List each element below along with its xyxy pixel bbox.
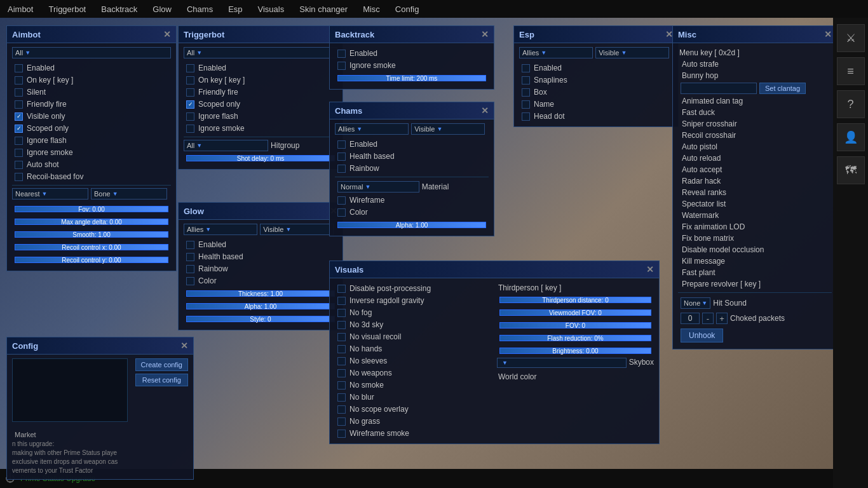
aimbot-recoilfov-row[interactable]: Recoil-based fov <box>12 171 171 182</box>
menu-skinchanger[interactable]: Skin changer <box>297 2 350 17</box>
misc-animatedclantag[interactable]: Animated clan tag <box>678 95 832 107</box>
aimbot-flash-checkbox[interactable] <box>15 137 23 145</box>
misc-revealranks[interactable]: Reveal ranks <box>678 187 832 198</box>
aimbot-autoshot-checkbox[interactable] <box>15 161 23 169</box>
misc-fastduck[interactable]: Fast duck <box>678 107 832 118</box>
vis-postproc-row[interactable]: Disable post-processing <box>335 283 492 294</box>
misc-autoreload[interactable]: Auto reload <box>678 152 832 164</box>
glow-color-row[interactable]: Color <box>184 275 337 287</box>
vis-noblur-row[interactable]: No blur <box>335 391 492 403</box>
vis-novisrecoil-row[interactable]: No visual recoil <box>335 331 492 342</box>
chams-target-dropdown[interactable]: Allies ▼ <box>335 123 409 135</box>
misc-radarhack[interactable]: Radar hack <box>678 175 832 187</box>
misc-close[interactable]: ✕ <box>824 29 832 39</box>
misc-preparerevolver[interactable]: Prepare revolver [ key ] <box>678 278 832 290</box>
glow-color-checkbox[interactable] <box>186 277 194 285</box>
chams-rainbow-row[interactable]: Rainbow <box>335 163 489 174</box>
glow-thickness-slider[interactable]: Thickness: 1.00 <box>184 288 337 299</box>
aimbot-bone-dropdown[interactable]: Bone ▼ <box>91 188 167 200</box>
menu-esp[interactable]: Esp <box>226 2 245 17</box>
vis-nofog-checkbox[interactable] <box>337 309 346 317</box>
aimbot-autoshot-row[interactable]: Auto shot <box>12 159 171 170</box>
vis-wireframesmoke-checkbox[interactable] <box>337 430 346 438</box>
esp-enabled-checkbox[interactable] <box>522 64 530 72</box>
vis-nohands-checkbox[interactable] <box>337 345 346 353</box>
aimbot-scoped-checkbox[interactable] <box>15 125 23 133</box>
bt-enabled-checkbox[interactable] <box>337 50 346 58</box>
menu-config[interactable]: Config <box>393 2 422 17</box>
vis-postproc-checkbox[interactable] <box>337 285 346 293</box>
bt-enabled-row[interactable]: Enabled <box>335 48 489 59</box>
aimbot-sort-dropdown[interactable]: Nearest ▼ <box>12 188 88 200</box>
esp-mode-dropdown[interactable]: Visible ▼ <box>595 47 669 58</box>
chams-wireframe-row[interactable]: Wireframe <box>335 194 489 206</box>
chams-healthbased-checkbox[interactable] <box>337 152 346 161</box>
aimbot-target-dropdown[interactable]: All ▼ <box>12 47 171 58</box>
misc-autostrafe[interactable]: Auto strafe <box>678 58 832 70</box>
misc-watermark[interactable]: Watermark <box>678 210 832 221</box>
vis-brightness-slider[interactable]: Brightness: 0.00 <box>497 345 654 356</box>
aimbot-enabled-checkbox[interactable] <box>15 64 23 72</box>
menu-chams[interactable]: Chams <box>184 2 215 17</box>
trig-enabled-checkbox[interactable] <box>186 64 194 72</box>
vis-nosleeves-row[interactable]: No sleeves <box>335 355 492 367</box>
aimbot-silent-checkbox[interactable] <box>15 88 23 97</box>
reset-config-button[interactable]: Reset config <box>135 374 188 386</box>
esp-target-dropdown[interactable]: Allies ▼ <box>519 47 593 58</box>
vis-nograss-row[interactable]: No grass <box>335 416 492 427</box>
sidebar-map-icon[interactable]: 🗺 <box>837 156 865 184</box>
chams-close[interactable]: ✕ <box>481 105 489 116</box>
esp-headdot-checkbox[interactable] <box>522 112 530 121</box>
glow-enabled-checkbox[interactable] <box>186 241 194 249</box>
trig-ff-checkbox[interactable] <box>186 88 194 97</box>
misc-snipercross[interactable]: Sniper crosshair <box>678 118 832 130</box>
glow-target-dropdown[interactable]: Allies ▼ <box>184 224 257 235</box>
chams-rainbow-checkbox[interactable] <box>337 165 346 173</box>
misc-fixbone[interactable]: Fix bone matrix <box>678 233 832 244</box>
chams-color-row[interactable]: Color <box>335 207 489 218</box>
trig-scoped-checkbox[interactable] <box>186 100 194 109</box>
misc-bunnyhop[interactable]: Bunny hop <box>678 70 832 81</box>
glow-healthbased-checkbox[interactable] <box>186 253 194 261</box>
menu-misc[interactable]: Misc <box>360 2 383 17</box>
bt-smoke-checkbox[interactable] <box>337 62 346 70</box>
vis-thirdperson-row[interactable]: Thirdperson [ key ] <box>497 283 654 293</box>
chams-wireframe-checkbox[interactable] <box>337 196 346 205</box>
esp-name-row[interactable]: Name <box>519 98 673 110</box>
trig-shotdelay-slider[interactable]: Shot delay: 0 ms <box>184 152 337 164</box>
aimbot-ff-row[interactable]: Friendly fire <box>12 98 171 110</box>
choked-minus-button[interactable]: - <box>702 313 714 324</box>
chams-enabled-row[interactable]: Enabled <box>335 139 489 150</box>
vis-ragdoll-row[interactable]: Inverse ragdoll gravity <box>335 295 492 306</box>
vis-thirdpersondist-slider[interactable]: Thirdperson distance: 0 <box>497 294 654 306</box>
clantag-input[interactable] <box>681 83 757 94</box>
aimbot-fov-slider[interactable]: Fov: 0.00 <box>12 203 171 215</box>
trig-smoke-row[interactable]: Ignore smoke <box>184 123 337 134</box>
vis-no3dsky-checkbox[interactable] <box>337 321 346 329</box>
aimbot-visible-checkbox[interactable] <box>15 112 23 121</box>
misc-recoilcross[interactable]: Recoil crosshair <box>678 130 832 141</box>
vis-noscopeoverlay-checkbox[interactable] <box>337 405 346 414</box>
trig-flash-row[interactable]: Ignore flash <box>184 111 337 122</box>
menu-visuals[interactable]: Visuals <box>255 2 287 17</box>
vis-no3dsky-row[interactable]: No 3d sky <box>335 319 492 330</box>
vis-flashreduc-slider[interactable]: Flash reduction: 0% <box>497 332 654 344</box>
vis-ragdoll-checkbox[interactable] <box>337 297 346 305</box>
aimbot-recoily-slider[interactable]: Recoil control y: 0.00 <box>12 254 171 266</box>
misc-autopistol[interactable]: Auto pistol <box>678 141 832 152</box>
chams-color-checkbox[interactable] <box>337 208 346 217</box>
trig-ff-row[interactable]: Friendly fire <box>184 86 337 98</box>
vis-noscopeoverlay-row[interactable]: No scope overlay <box>335 403 492 415</box>
glow-mode-dropdown[interactable]: Visible ▼ <box>260 224 334 235</box>
sidebar-user-icon[interactable]: 👤 <box>837 123 865 151</box>
misc-disablemodel[interactable]: Disable model occlusion <box>678 244 832 255</box>
aimbot-recoilfov-checkbox[interactable] <box>15 173 23 181</box>
trig-flash-checkbox[interactable] <box>186 112 194 121</box>
glow-enabled-row[interactable]: Enabled <box>184 239 337 250</box>
aimbot-close[interactable]: ✕ <box>163 29 171 39</box>
glow-alpha-slider[interactable]: Alpha: 1.00 <box>184 301 337 312</box>
aimbot-maxangle-slider[interactable]: Max angle delta: 0.00 <box>12 216 171 227</box>
sidebar-rank-icon[interactable]: ≡ <box>837 57 865 85</box>
vis-nosmoke-row[interactable]: No smoke <box>335 379 492 391</box>
misc-fixanimlod[interactable]: Fix animation LOD <box>678 221 832 233</box>
